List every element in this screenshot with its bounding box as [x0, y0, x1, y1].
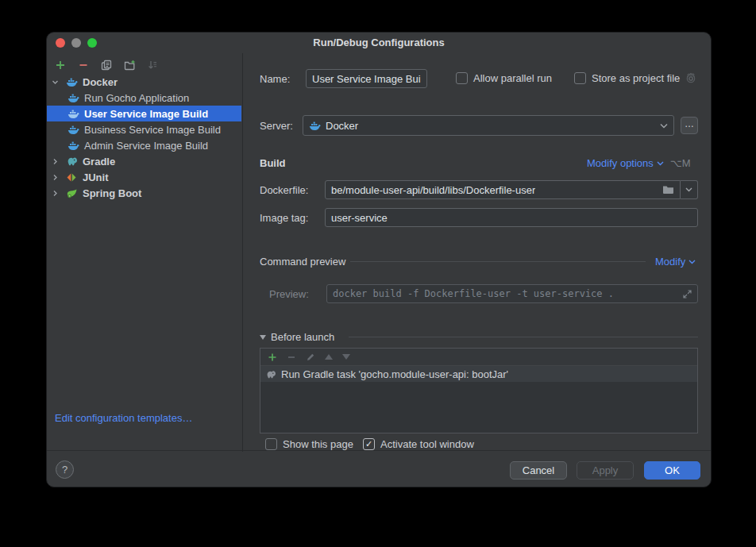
- before-launch-task-label: Run Gradle task 'gocho.module-user-api: …: [281, 368, 508, 380]
- folder-icon[interactable]: [662, 185, 674, 195]
- server-browse-button[interactable]: …: [681, 117, 698, 134]
- docker-icon: [68, 109, 80, 119]
- allow-parallel-run-checkbox[interactable]: Allow parallel run: [456, 72, 552, 84]
- junit-icon: [66, 172, 79, 183]
- tree-item-label: Spring Boot: [83, 187, 141, 199]
- tree-item-label: Docker: [83, 76, 118, 88]
- image-tag-input[interactable]: user-service: [325, 208, 698, 227]
- before-launch-toolbar: [260, 349, 697, 366]
- add-task-button[interactable]: [268, 352, 277, 362]
- modify-options-link[interactable]: Modify options: [587, 157, 664, 169]
- modify-options-shortcut: ⌥M: [670, 157, 691, 169]
- before-launch-title: Before launch: [271, 331, 334, 343]
- chevron-right-icon[interactable]: [52, 190, 60, 197]
- image-tag-label: Image tag:: [260, 212, 308, 224]
- ok-button[interactable]: OK: [644, 461, 700, 480]
- dockerfile-dropdown-button[interactable]: [681, 180, 698, 199]
- cancel-button[interactable]: Cancel: [510, 461, 567, 480]
- remove-task-button[interactable]: [287, 352, 296, 362]
- tree-item-label: Run Gocho Application: [84, 92, 189, 104]
- server-label: Server:: [260, 120, 293, 132]
- add-configuration-button[interactable]: [53, 58, 68, 72]
- chevron-right-icon[interactable]: [52, 174, 60, 181]
- store-as-project-file-checkbox[interactable]: Store as project file: [574, 72, 696, 84]
- new-folder-button[interactable]: [122, 58, 137, 72]
- expand-icon[interactable]: [683, 290, 692, 299]
- tree-item-run-gocho-application[interactable]: Run Gocho Application: [47, 90, 241, 106]
- store-as-project-file-label: Store as project file: [592, 72, 680, 84]
- dockerfile-input[interactable]: be/module-user-api/build/libs/Dockerfile…: [325, 180, 681, 199]
- docker-icon: [309, 121, 321, 131]
- dialog-footer: ? Cancel Apply OK: [47, 450, 711, 487]
- checkbox-icon[interactable]: [456, 72, 468, 84]
- section-divider: [349, 337, 698, 337]
- name-label: Name:: [260, 73, 290, 85]
- edit-configuration-templates-link[interactable]: Edit configuration templates…: [55, 412, 192, 424]
- dockerfile-label: Dockerfile:: [260, 184, 308, 196]
- tree-item-spring-boot[interactable]: Spring Boot: [47, 185, 241, 201]
- remove-configuration-button[interactable]: [76, 58, 91, 72]
- copy-configuration-button[interactable]: [99, 58, 114, 72]
- docker-icon: [68, 93, 80, 103]
- tree-item-business-service-image-build[interactable]: Business Service Image Build: [47, 121, 241, 137]
- gear-icon[interactable]: [685, 73, 696, 84]
- activate-tool-window-label: Activate tool window: [380, 438, 474, 450]
- before-launch-task-row[interactable]: Run Gradle task 'gocho.module-user-api: …: [260, 366, 697, 382]
- before-launch-panel: Run Gradle task 'gocho.module-user-api: …: [260, 348, 698, 433]
- sort-configurations-button[interactable]: [145, 58, 160, 72]
- name-input[interactable]: User Service Image Bui: [306, 69, 427, 88]
- image-tag-value: user-service: [331, 212, 388, 224]
- docker-icon: [68, 125, 80, 135]
- tree-item-label: User Service Image Build: [84, 108, 208, 120]
- tree-item-label: JUnit: [83, 171, 109, 183]
- checkbox-icon[interactable]: [265, 438, 277, 450]
- command-preview-title: Command preview: [260, 256, 345, 268]
- sort-alpha-icon: [147, 60, 158, 71]
- modify-link[interactable]: Modify: [655, 256, 696, 268]
- server-combobox[interactable]: Docker: [303, 115, 674, 136]
- tree-item-gradle[interactable]: Gradle: [47, 153, 241, 169]
- window-title: Run/Debug Configurations: [47, 37, 711, 48]
- minus-icon: [78, 60, 89, 71]
- show-this-page-checkbox[interactable]: Show this page: [265, 438, 353, 450]
- preview-value: docker build -f Dockerfile-user -t user-…: [333, 288, 614, 299]
- activate-tool-window-checkbox[interactable]: ✓ Activate tool window: [363, 438, 474, 450]
- move-down-button[interactable]: [342, 354, 350, 360]
- server-value: Docker: [326, 120, 358, 132]
- allow-parallel-run-label: Allow parallel run: [473, 72, 552, 84]
- titlebar: Run/Debug Configurations: [47, 33, 711, 53]
- tree-item-junit[interactable]: JUnit: [47, 169, 241, 185]
- tree-item-docker[interactable]: Docker: [47, 74, 241, 90]
- apply-button[interactable]: Apply: [577, 461, 634, 480]
- new-folder-icon: [124, 60, 136, 71]
- name-value: User Service Image Bui: [312, 73, 421, 85]
- tree-item-label: Admin Service Image Build: [84, 140, 208, 152]
- modify-options-label: Modify options: [587, 157, 654, 169]
- run-debug-configurations-dialog: Run/Debug Configurations: [46, 32, 712, 487]
- edit-task-button[interactable]: [306, 352, 315, 362]
- spring-boot-icon: [66, 188, 79, 198]
- tree-item-admin-service-image-build[interactable]: Admin Service Image Build: [47, 137, 241, 153]
- chevron-down-icon[interactable]: [52, 79, 60, 86]
- preview-label: Preview:: [269, 288, 309, 300]
- tree-item-label: Gradle: [83, 156, 115, 168]
- help-button[interactable]: ?: [56, 460, 74, 479]
- section-divider: [350, 261, 646, 262]
- checkbox-checked-icon[interactable]: ✓: [363, 438, 375, 450]
- tree-item-label: Business Service Image Build: [84, 124, 221, 136]
- configuration-form: Name: User Service Image Bui Allow paral…: [244, 53, 712, 452]
- preview-field: docker build -f Dockerfile-user -t user-…: [326, 284, 698, 303]
- collapse-triangle-icon[interactable]: [260, 335, 266, 340]
- configurations-tree: Docker Run Gocho Application User Servic…: [47, 74, 241, 201]
- tree-item-user-service-image-build[interactable]: User Service Image Build: [47, 106, 241, 121]
- copy-icon: [101, 60, 112, 71]
- checkbox-icon[interactable]: [574, 72, 586, 84]
- modify-label: Modify: [655, 256, 685, 268]
- sidebar-toolbar: [53, 56, 160, 74]
- chevron-down-icon: [657, 161, 664, 166]
- show-this-page-label: Show this page: [283, 438, 353, 450]
- move-up-button[interactable]: [325, 354, 333, 360]
- gradle-icon: [66, 156, 79, 166]
- chevron-right-icon[interactable]: [52, 158, 60, 165]
- chevron-down-icon[interactable]: [660, 123, 668, 129]
